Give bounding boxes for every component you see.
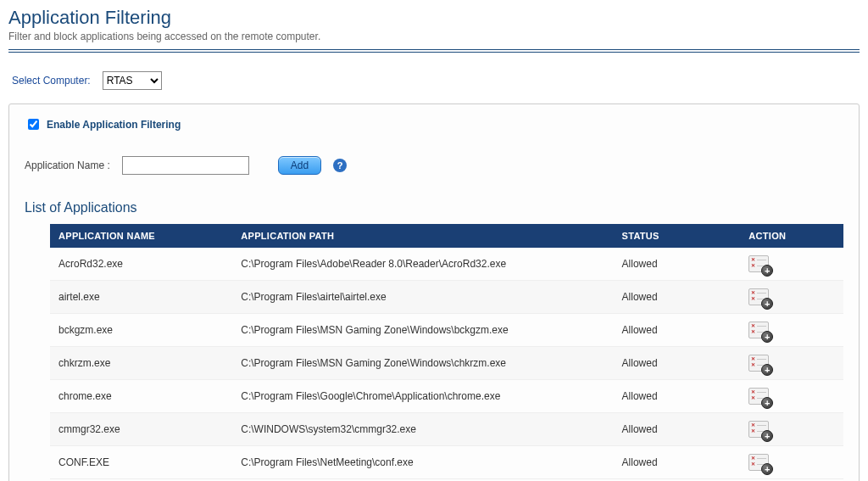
select-computer-label: Select Computer: <box>12 75 91 87</box>
table-row: chkrzm.exeC:\Program Files\MSN Gaming Zo… <box>50 347 843 380</box>
enable-filtering-label: Enable Application Filtering <box>47 119 181 131</box>
table-row: bckgzm.exeC:\Program Files\MSN Gaming Zo… <box>50 314 843 347</box>
cell-app-action: ✕✕+ <box>740 446 843 479</box>
cell-app-path: C:\WINDOWS\system32\cmmgr32.exe <box>232 413 613 446</box>
cell-app-name: CONF.EXE <box>50 446 232 479</box>
col-header-status: STATUS <box>614 224 741 248</box>
cell-app-status: Allowed <box>614 248 741 281</box>
cell-app-status: Allowed <box>614 413 741 446</box>
cell-app-status: Allowed <box>614 347 741 380</box>
cell-app-name: bckgzm.exe <box>50 314 232 347</box>
col-header-path: APPLICATION PATH <box>232 224 613 248</box>
cell-app-action: ✕✕+ <box>740 314 843 347</box>
page-subtitle: Filter and block applications being acce… <box>8 31 860 42</box>
add-application-row: Application Name : Add ? <box>25 156 843 175</box>
computer-selector-row: Select Computer: RTAS <box>12 71 860 90</box>
table-row: airtel.exeC:\Program Files\airtel\airtel… <box>50 281 843 314</box>
application-name-input[interactable] <box>122 156 249 175</box>
page-title: Application Filtering <box>8 7 860 29</box>
block-list-icon[interactable]: ✕✕+ <box>748 288 769 305</box>
select-computer-dropdown[interactable]: RTAS <box>103 71 162 90</box>
block-list-icon[interactable]: ✕✕+ <box>748 388 769 405</box>
cell-app-path: C:\Program Files\Adobe\Reader 8.0\Reader… <box>232 248 613 281</box>
cell-app-name: chrome.exe <box>50 380 232 413</box>
col-header-action: ACTION <box>740 224 843 248</box>
cell-app-path: C:\Program Files\MSN Gaming Zone\Windows… <box>232 347 613 380</box>
block-list-icon[interactable]: ✕✕+ <box>748 322 769 338</box>
cell-app-action: ✕✕+ <box>740 413 843 446</box>
col-header-name: APPLICATION NAME <box>50 224 232 248</box>
table-row: chrome.exeC:\Program Files\Google\Chrome… <box>50 380 843 413</box>
table-row: cmmgr32.exeC:\WINDOWS\system32\cmmgr32.e… <box>50 413 843 446</box>
cell-app-action: ✕✕+ <box>740 248 843 281</box>
applications-table: APPLICATION NAME APPLICATION PATH STATUS… <box>50 224 843 479</box>
enable-filtering-row: Enable Application Filtering <box>25 116 843 132</box>
cell-app-status: Allowed <box>614 281 741 314</box>
cell-app-status: Allowed <box>614 446 741 479</box>
table-row: AcroRd32.exeC:\Program Files\Adobe\Reade… <box>50 248 843 281</box>
block-list-icon[interactable]: ✕✕+ <box>748 454 769 471</box>
application-name-label: Application Name : <box>25 159 110 171</box>
table-row: CONF.EXEC:\Program Files\NetMeeting\conf… <box>50 446 843 479</box>
block-list-icon[interactable]: ✕✕+ <box>748 255 769 272</box>
block-list-icon[interactable]: ✕✕+ <box>748 355 769 372</box>
cell-app-name: AcroRd32.exe <box>50 248 232 281</box>
cell-app-action: ✕✕+ <box>740 281 843 314</box>
cell-app-path: C:\Program Files\Google\Chrome\Applicati… <box>232 380 613 413</box>
cell-app-action: ✕✕+ <box>740 380 843 413</box>
cell-app-name: chkrzm.exe <box>50 347 232 380</box>
cell-app-name: airtel.exe <box>50 281 232 314</box>
enable-filtering-checkbox[interactable] <box>28 119 39 130</box>
cell-app-status: Allowed <box>614 314 741 347</box>
help-icon[interactable]: ? <box>333 159 347 172</box>
cell-app-action: ✕✕+ <box>740 347 843 380</box>
table-header-row: APPLICATION NAME APPLICATION PATH STATUS… <box>50 224 843 248</box>
cell-app-name: cmmgr32.exe <box>50 413 232 446</box>
header-divider <box>8 49 860 53</box>
list-heading: List of Applications <box>25 200 843 215</box>
filtering-panel: Enable Application Filtering Application… <box>8 103 860 481</box>
cell-app-path: C:\Program Files\MSN Gaming Zone\Windows… <box>232 314 613 347</box>
cell-app-path: C:\Program Files\airtel\airtel.exe <box>232 281 613 314</box>
cell-app-path: C:\Program Files\NetMeeting\conf.exe <box>232 446 613 479</box>
add-button[interactable]: Add <box>278 156 321 175</box>
block-list-icon[interactable]: ✕✕+ <box>748 421 769 438</box>
cell-app-status: Allowed <box>614 380 741 413</box>
